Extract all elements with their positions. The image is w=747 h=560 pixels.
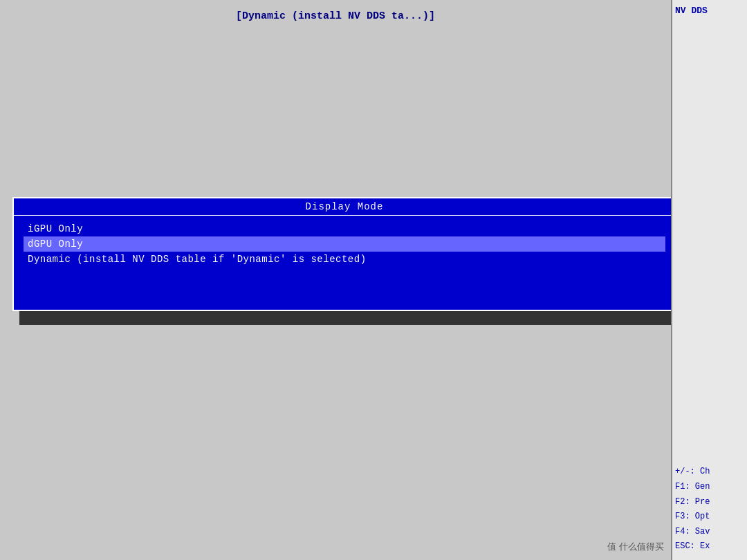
top-bar: [Dynamic (install NV DDS ta...)] bbox=[0, 10, 671, 22]
help-f3: F3: Opt bbox=[675, 510, 744, 525]
bios-screen: [Dynamic (install NV DDS ta...)] Display… bbox=[0, 0, 747, 560]
right-panel-title: NV DDS bbox=[675, 6, 744, 16]
help-text: +/-: Ch F1: Gen F2: Pre F3: Opt F4: Sav … bbox=[675, 465, 744, 554]
right-panel: NV DDS +/-: Ch F1: Gen F2: Pre F3: Opt F… bbox=[671, 0, 747, 560]
dialog-title: Display Mode bbox=[14, 198, 671, 216]
watermark: 值 什么值得买 bbox=[607, 541, 664, 553]
dialog-content: iGPU Only dGPU Only Dynamic (install NV … bbox=[14, 216, 671, 272]
dgpu-only-option[interactable]: dGPU Only bbox=[24, 236, 665, 252]
main-area: [Dynamic (install NV DDS ta...)] Display… bbox=[0, 0, 671, 560]
display-mode-dialog: Display Mode iGPU Only dGPU Only Dynamic… bbox=[12, 197, 671, 311]
help-f2: F2: Pre bbox=[675, 495, 744, 510]
help-f1: F1: Gen bbox=[675, 480, 744, 495]
igpu-only-option[interactable]: iGPU Only bbox=[24, 221, 665, 236]
current-setting-label: [Dynamic (install NV DDS ta...)] bbox=[236, 10, 435, 22]
help-change: +/-: Ch bbox=[675, 465, 744, 480]
help-f4: F4: Sav bbox=[675, 525, 744, 540]
help-esc: ESC: Ex bbox=[675, 539, 744, 554]
dynamic-option[interactable]: Dynamic (install NV DDS table if 'Dynami… bbox=[24, 252, 665, 267]
